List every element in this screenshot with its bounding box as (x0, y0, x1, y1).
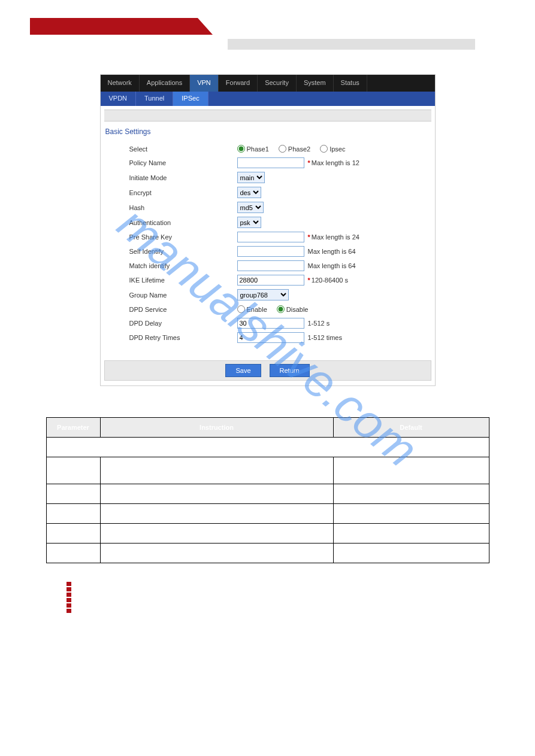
top-nav: Network Applications VPN Forward Securit… (101, 75, 435, 92)
cell-i-0: Phase 1, Phase 2 and IPSec. Phase 1 and … (100, 457, 333, 484)
chapter-label: Chapter 3 Router Configuration (389, 584, 481, 591)
sub-nav: VPDN Tunnel IPSec (101, 92, 435, 106)
group-name-label: Group Name (129, 292, 237, 299)
hash-select[interactable]: md5 (237, 202, 264, 213)
policy-name-label: Policy Name (129, 159, 237, 166)
radio-ipsec-label: Ipsec (330, 145, 345, 153)
radio-ipsec-input[interactable] (320, 145, 328, 153)
self-id-label: Self Identify (129, 248, 237, 255)
encrypt-select[interactable]: des (237, 187, 261, 198)
psk-label: Pre Share Key (129, 233, 237, 241)
table-caption: Table 3-3-4-a Phase One Parameter Instru… (30, 403, 505, 411)
figure-label: Figure 3-3-4-a Phase One Basic Settings (30, 53, 505, 61)
radio-dpd-disable-label: Disable (286, 306, 309, 313)
radio-dpd-enable[interactable]: Enable (237, 305, 267, 313)
nav-network[interactable]: Network (101, 75, 140, 92)
page-number: 44 (84, 584, 92, 592)
radio-phase1-label: Phase1 (247, 145, 269, 153)
radio-phase2-input[interactable] (279, 145, 286, 153)
radio-dpd-enable-label: Enable (247, 306, 267, 313)
auth-select[interactable]: psk (237, 217, 261, 228)
dpd-retry-hint: 1-512 times (308, 334, 342, 341)
match-id-input[interactable] (237, 260, 304, 271)
radio-dpd-enable-input[interactable] (237, 305, 245, 313)
dpd-service-label: DPD Service (129, 306, 237, 313)
cell-i-2: Main mode or aggressive mode. It must be… (100, 504, 333, 524)
initiate-mode-label: Initiate Mode (129, 174, 237, 181)
self-id-hint: Max length is 64 (308, 248, 356, 255)
psk-hint: Max length is 24 (312, 233, 359, 241)
nav-applications[interactable]: Applications (140, 75, 190, 92)
fieldset-title: Basic Settings (101, 122, 435, 139)
subnav-ipsec[interactable]: IPSec (173, 92, 208, 106)
cell-d-0: Phase 1 (333, 457, 489, 484)
nav-security[interactable]: Security (258, 75, 297, 92)
radio-dpd-disable[interactable]: Disable (277, 305, 309, 313)
hash-label: Hash (129, 204, 237, 211)
footer-logo-icon (66, 581, 77, 594)
dpd-delay-input[interactable] (237, 318, 304, 329)
policy-name-input[interactable] (237, 157, 304, 168)
cell-p-4: Hash (46, 544, 100, 563)
cell-i-1: Indicates this policy's name, max length… (100, 484, 333, 504)
th-instruction: Instruction (100, 418, 333, 438)
dpd-retry-input[interactable] (237, 332, 304, 343)
group-name-select[interactable]: group768 (237, 289, 289, 300)
cell-i-3: Only 3DES and DES supported. It must be … (100, 524, 333, 544)
cell-d-4: md5 (333, 544, 489, 563)
filter-bar (104, 110, 431, 122)
nav-forward[interactable]: Forward (219, 75, 258, 92)
header-red-bar (30, 18, 198, 35)
cell-p-3: Encrypt (46, 524, 100, 544)
th-parameter: Parameter (46, 418, 100, 438)
radio-dpd-disable-input[interactable] (277, 305, 285, 313)
header-gray-bar (228, 39, 475, 50)
form-body: Select Phase1 Phase2 Ipsec Policy Name *… (101, 139, 435, 356)
ike-lifetime-label: IKE Lifetime (129, 277, 237, 284)
subnav-tunnel[interactable]: Tunnel (136, 92, 173, 106)
radio-phase1-input[interactable] (237, 145, 245, 153)
radio-phase2-label: Phase2 (288, 145, 310, 153)
buttons-bar: Save Return (104, 360, 431, 381)
nav-system[interactable]: System (297, 75, 334, 92)
cell-d-1: None (333, 484, 489, 504)
select-label: Select (129, 145, 237, 153)
admin-panel: Network Applications VPN Forward Securit… (100, 74, 436, 386)
nav-status[interactable]: Status (334, 75, 367, 92)
ike-lifetime-input[interactable] (237, 275, 304, 286)
psk-input[interactable] (237, 232, 304, 242)
subnav-vpdn[interactable]: VPDN (101, 92, 137, 106)
return-button[interactable]: Return (270, 364, 310, 377)
cell-d-3: des (333, 524, 489, 544)
cell-p-2: Initiate Mode (46, 504, 100, 524)
encrypt-label: Encrypt (129, 189, 237, 196)
ike-lifetime-hint: 120-86400 s (312, 277, 348, 284)
dpd-delay-label: DPD Delay (129, 320, 237, 327)
cell-d-2: main (333, 504, 489, 524)
nav-vpn[interactable]: VPN (190, 75, 219, 92)
radio-ipsec[interactable]: Ipsec (320, 145, 345, 153)
radio-phase1[interactable]: Phase1 (237, 145, 269, 153)
initiate-mode-select[interactable]: main (237, 172, 265, 183)
match-id-label: Match identify (129, 262, 237, 269)
save-button[interactable]: Save (225, 364, 261, 377)
cell-i-4: Only md5 and SHA supported. It must be t… (100, 544, 333, 563)
params-table: Parameter Instruction Default Phase 1 Se… (46, 417, 489, 563)
policy-name-hint: Max length is 12 (312, 159, 359, 166)
dpd-retry-label: DPD Retry Times (129, 334, 237, 341)
th-default: Default (333, 418, 489, 438)
match-id-hint: Max length is 64 (308, 262, 356, 269)
group-title: Phase 1 (46, 438, 489, 457)
radio-phase2[interactable]: Phase2 (279, 145, 310, 153)
dpd-delay-hint: 1-512 s (308, 320, 330, 327)
cell-p-1: Policy Name (46, 484, 100, 504)
auth-label: Authentication (129, 219, 237, 226)
cell-p-0: Select (46, 457, 100, 484)
self-id-input[interactable] (237, 246, 304, 257)
